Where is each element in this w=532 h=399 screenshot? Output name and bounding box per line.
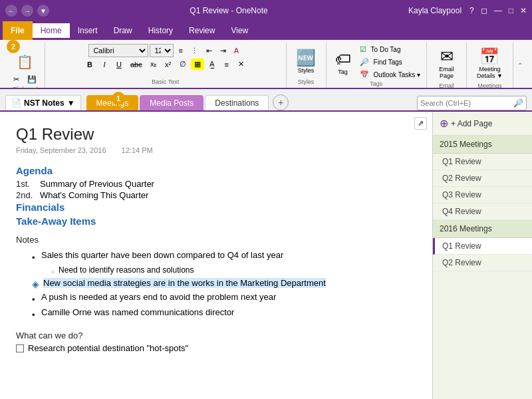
ribbon-group-basic-text: Calibri 12 ≡ ⋮ ⇤ ⇥ A B I U abc x₂ bbox=[45, 43, 287, 88]
notebook-icon: 📄 bbox=[11, 98, 21, 108]
menu-home[interactable]: Home bbox=[33, 23, 70, 38]
sub-circle-icon: ○ bbox=[51, 268, 55, 275]
font-color-button[interactable]: A̲ bbox=[205, 59, 219, 70]
meeting-icon: 📅 bbox=[479, 47, 499, 66]
font-selector[interactable]: Calibri bbox=[88, 44, 148, 57]
menu-view[interactable]: View bbox=[223, 23, 256, 38]
page-item-2016-q1[interactable]: Q1 Review bbox=[433, 238, 532, 255]
help-icon[interactable]: ? bbox=[469, 6, 474, 15]
todo-tag-button[interactable]: To Do Tag bbox=[368, 44, 404, 55]
page-item-2015-q1[interactable]: Q1 Review bbox=[433, 154, 532, 170]
agenda-heading[interactable]: Agenda bbox=[16, 165, 416, 176]
add-page-icon: ⊕ bbox=[440, 117, 448, 130]
page-item-2015-q4[interactable]: Q4 Review bbox=[433, 203, 532, 220]
bullet-dot-3: • bbox=[32, 295, 37, 305]
takeaway-heading[interactable]: Take-Away Items bbox=[16, 215, 416, 227]
window-controls-right[interactable]: ? ◻ — □ ✕ bbox=[469, 6, 527, 15]
what-can-label: What can we do? bbox=[16, 331, 416, 340]
increase-indent-button[interactable]: ⇥ bbox=[217, 45, 229, 57]
new-tab-button[interactable]: + bbox=[273, 94, 289, 110]
main-area: ⇗ Q1 Review Friday, September 23, 2016 1… bbox=[0, 112, 532, 399]
page-item-2016-q2[interactable]: Q2 Review bbox=[433, 255, 532, 271]
target-icon: ◈ bbox=[32, 279, 39, 289]
tab-destinations[interactable]: Destinations bbox=[205, 95, 269, 110]
bullet-item-3: • A push is needed at years end to avoid… bbox=[32, 292, 416, 305]
basic-text-label: Basic Text bbox=[152, 78, 179, 86]
tab-media-posts[interactable]: Media Posts bbox=[140, 95, 203, 110]
search-icon[interactable]: 🔎 bbox=[513, 98, 523, 108]
menu-draw[interactable]: Draw bbox=[106, 23, 140, 38]
add-page-button[interactable]: ⊕ + Add Page bbox=[433, 112, 532, 136]
email-page-button[interactable]: ✉ EmailPage bbox=[432, 44, 462, 82]
find-tags-icon: 🔎 bbox=[360, 58, 369, 66]
menu-insert[interactable]: Insert bbox=[70, 23, 106, 38]
bold-button[interactable]: B bbox=[83, 59, 96, 70]
italic-button[interactable]: I bbox=[98, 59, 111, 70]
quick-access-button[interactable]: ▼ bbox=[37, 5, 49, 17]
checkbox-text: Research potential destination "hot-spot… bbox=[28, 343, 188, 353]
ribbon-group-meetings: 📅 MeetingDetails ▼ Meetings bbox=[467, 43, 513, 88]
group-header-2016: 2016 Meetings bbox=[433, 220, 532, 238]
notes-label: Notes bbox=[16, 235, 416, 245]
group-header-2015: 2015 Meetings bbox=[433, 136, 532, 154]
font-size-selector[interactable]: 12 bbox=[150, 44, 174, 57]
list-bullets-button[interactable]: ≡ bbox=[175, 45, 186, 57]
decrease-indent-button[interactable]: ⇤ bbox=[203, 45, 215, 57]
num-1: 1st. bbox=[16, 179, 35, 189]
superscript-button[interactable]: x² bbox=[162, 59, 175, 70]
page-item-2015-q2[interactable]: Q2 Review bbox=[433, 170, 532, 187]
bullet-text-2: New social media strategies are in the w… bbox=[43, 278, 326, 288]
bullet-item-4: • Camille Orne was named communications … bbox=[32, 307, 416, 320]
clear-format-button[interactable]: ∅ bbox=[176, 59, 190, 70]
num-2: 2nd. bbox=[16, 190, 35, 200]
menu-file[interactable]: File bbox=[3, 21, 33, 40]
clear-button[interactable]: ✕ bbox=[235, 59, 248, 70]
tag-button[interactable]: 🏷 Tag bbox=[329, 47, 357, 78]
underline-button[interactable]: U bbox=[112, 59, 126, 70]
menu-review[interactable]: Review bbox=[181, 23, 223, 38]
notebook-selector[interactable]: 📄 NST Notes ▼ bbox=[5, 95, 81, 110]
date-text: Friday, September 23, 2016 bbox=[16, 146, 106, 154]
agenda-text-2: What's Coming This Quarter bbox=[40, 190, 148, 200]
copy-button[interactable]: 💾 bbox=[24, 73, 40, 86]
bullet-item-1: • Sales this quarter have been down comp… bbox=[32, 250, 416, 263]
window-controls-left[interactable]: ← → ▼ bbox=[5, 5, 49, 17]
align-button[interactable]: ≡ bbox=[220, 59, 233, 70]
bullet-dot-4: • bbox=[32, 310, 37, 320]
menu-history[interactable]: History bbox=[140, 23, 181, 38]
back-button[interactable]: ← bbox=[5, 5, 17, 17]
highlight-button[interactable]: ▦ bbox=[191, 59, 204, 70]
restore-icon[interactable]: ◻ bbox=[481, 6, 487, 15]
search-input[interactable] bbox=[420, 99, 513, 107]
cut-button[interactable]: ✂ bbox=[10, 73, 23, 86]
email-label: EmailPage bbox=[439, 66, 454, 79]
forward-button[interactable]: → bbox=[21, 5, 33, 17]
styles-label: Styles bbox=[298, 67, 315, 74]
tab-media-posts-label: Media Posts bbox=[150, 98, 194, 108]
paste-button[interactable]: 📋 bbox=[12, 52, 38, 72]
financials-heading[interactable]: Financials bbox=[16, 201, 416, 213]
subscript-button[interactable]: x₂ bbox=[147, 59, 160, 70]
strikethrough-button[interactable]: abc bbox=[127, 59, 146, 70]
expand-note-button[interactable]: ⇗ bbox=[414, 117, 427, 130]
meeting-details-button[interactable]: 📅 MeetingDetails ▼ bbox=[471, 44, 509, 82]
bullet-dot-1: • bbox=[32, 253, 37, 263]
list-numbered-button[interactable]: ⋮ bbox=[188, 45, 201, 57]
find-tags-button[interactable]: Find Tags bbox=[370, 57, 406, 68]
outlook-icon: 📅 bbox=[360, 70, 369, 79]
page-item-2015-q3[interactable]: Q3 Review bbox=[433, 187, 532, 203]
checkbox-item-1: Research potential destination "hot-spot… bbox=[16, 343, 416, 353]
close-icon[interactable]: ✕ bbox=[520, 6, 527, 15]
checkbox-icon[interactable] bbox=[16, 344, 24, 352]
text-color-button[interactable]: A bbox=[231, 45, 242, 57]
outlook-tasks-button[interactable]: Outlook Tasks ▾ bbox=[370, 69, 424, 80]
styles-button[interactable]: 🆕 Styles bbox=[290, 45, 322, 77]
ribbon-group-styles: 🆕 Styles Styles bbox=[287, 43, 327, 88]
window-title: Q1 Review - OneNote bbox=[49, 6, 408, 15]
minimize-icon[interactable]: — bbox=[494, 6, 502, 15]
time-text: 12:14 PM bbox=[122, 146, 153, 154]
collapse-ribbon-button[interactable]: ⌃ bbox=[513, 43, 527, 88]
maximize-icon[interactable]: □ bbox=[509, 6, 513, 15]
styles-icon: 🆕 bbox=[296, 49, 316, 67]
agenda-text-1: Summary of Previous Quarter bbox=[40, 179, 154, 189]
